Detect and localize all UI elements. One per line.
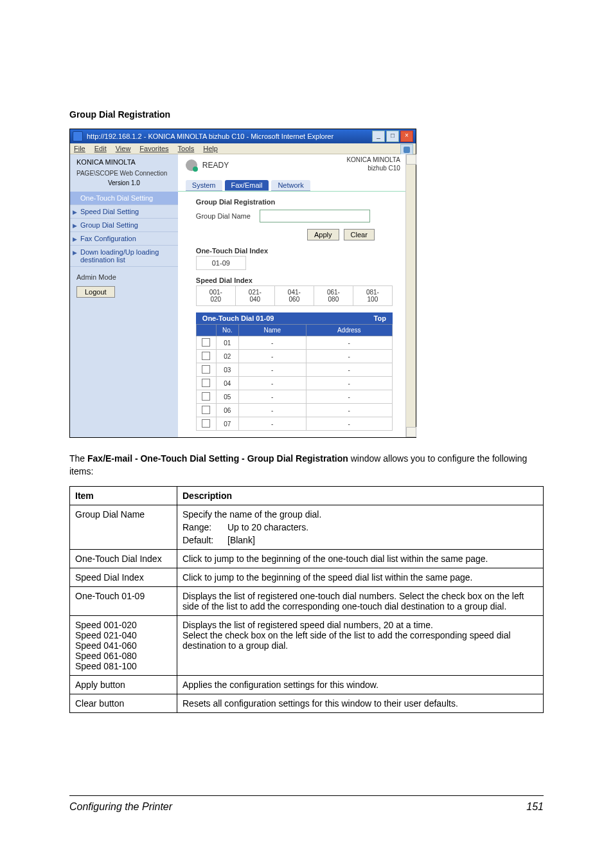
menu-help[interactable]: Help: [203, 145, 218, 152]
menu-favorites[interactable]: Favorites: [139, 145, 168, 152]
admin-mode-label: Admin Mode: [70, 267, 178, 284]
table-row: 01--: [196, 336, 392, 350]
one-touch-range-label: One-Touch Dial 01-09: [202, 314, 274, 322]
row-desc: Displays the list of registered speed di…: [177, 615, 544, 675]
row-item: Clear button: [70, 694, 177, 712]
nav-fax-configuration[interactable]: ▶Fax Configuration: [70, 232, 178, 246]
nav-download-upload-dest-list[interactable]: ▶Down loading/Up loading destination lis…: [70, 246, 178, 267]
group-dial-name-input[interactable]: [260, 210, 370, 222]
table-row: 03--: [196, 363, 392, 377]
clear-button[interactable]: Clear: [344, 229, 375, 240]
page-footer: Configuring the Printer 151: [69, 795, 544, 813]
window-minimize-button[interactable]: _: [372, 131, 385, 142]
brand-name: KONICA MINOLTA: [76, 158, 136, 166]
menu-view[interactable]: View: [116, 145, 131, 152]
row-desc: Click to jump to the beginning of the sp…: [177, 568, 544, 586]
top-link[interactable]: Top: [374, 314, 386, 322]
menu-edit[interactable]: Edit: [94, 145, 107, 152]
speed-dial-index-tabs: 001-020 021-040 041-060 061-080 081-100: [196, 285, 393, 306]
window-close-button[interactable]: ×: [400, 131, 413, 142]
footer-title: Configuring the Printer: [69, 801, 172, 813]
one-touch-index-value[interactable]: 01-09: [196, 256, 246, 270]
row-checkbox[interactable]: [202, 338, 210, 347]
row-item: One-Touch Dial Index: [70, 549, 177, 568]
subbrand: PAGE\SCOPE Web Connection: [70, 170, 178, 178]
footer-page-number: 151: [526, 801, 544, 813]
browser-menubar: File Edit View Favorites Tools Help: [70, 143, 416, 154]
row-desc: Click to jump to the beginning of the on…: [177, 549, 544, 568]
tab-fax-email[interactable]: Fax/Email: [225, 180, 269, 191]
window-title: http://192.168.1.2 - KONICA MINOLTA bizh…: [87, 132, 333, 140]
product-model: bizhub C10: [346, 164, 400, 172]
row-item: Group Dial Name: [70, 505, 177, 549]
sidebar: KONICA MINOLTA PAGE\SCOPE Web Connection…: [70, 154, 178, 437]
row-checkbox[interactable]: [202, 379, 210, 387]
nav-group-dial-setting[interactable]: ▶Group Dial Setting: [70, 219, 178, 232]
speed-range-081-100[interactable]: 081-100: [353, 286, 392, 306]
content-area: READY KONICA MINOLTA bizhub C10 System F…: [178, 154, 405, 437]
intro-paragraph: The Fax/E-mail - One-Touch Dial Setting …: [69, 452, 544, 478]
vertical-scrollbar[interactable]: [405, 154, 416, 437]
row-checkbox[interactable]: [202, 352, 210, 360]
row-desc: Resets all configuration settings for th…: [177, 694, 544, 712]
speed-range-061-080[interactable]: 061-080: [314, 286, 353, 306]
nav-speed-dial-setting[interactable]: ▶Speed Dial Setting: [70, 205, 178, 219]
row-item: Speed 001-020 Speed 021-040 Speed 041-06…: [70, 615, 177, 675]
col-header-item: Item: [70, 486, 177, 505]
row-item: Apply button: [70, 675, 177, 694]
tab-network[interactable]: Network: [271, 180, 310, 191]
row-desc: Displays the list of registered one-touc…: [177, 586, 544, 615]
row-checkbox[interactable]: [202, 406, 210, 414]
one-touch-list-table: No. Name Address 01-- 02-- 03-- 04-- 05-…: [196, 324, 393, 431]
scroll-up-button[interactable]: [406, 154, 416, 165]
section-heading: Group Dial Registration: [69, 109, 544, 120]
col-no: No.: [216, 325, 238, 336]
row-desc: Specify the name of the group dial. Rang…: [177, 505, 544, 549]
col-header-description: Description: [177, 486, 544, 505]
row-item: Speed Dial Index: [70, 568, 177, 586]
scroll-down-button[interactable]: [406, 427, 416, 437]
form-title: Group Dial Registration: [196, 198, 393, 206]
speed-range-021-040[interactable]: 021-040: [235, 286, 274, 306]
group-dial-name-label: Group Dial Name: [196, 212, 251, 220]
window-titlebar: http://192.168.1.2 - KONICA MINOLTA bizh…: [70, 129, 416, 143]
speed-range-001-020[interactable]: 001-020: [196, 286, 235, 306]
one-touch-index-label: One-Touch Dial Index: [196, 247, 393, 255]
table-row: 06--: [196, 404, 392, 417]
logout-button[interactable]: Logout: [76, 286, 115, 298]
menu-file[interactable]: File: [74, 145, 85, 152]
table-row: 02--: [196, 350, 392, 363]
window-restore-button[interactable]: □: [386, 131, 399, 142]
col-address: Address: [306, 325, 392, 336]
row-checkbox[interactable]: [202, 392, 210, 401]
col-name: Name: [238, 325, 306, 336]
table-row: 04--: [196, 377, 392, 390]
screenshot: http://192.168.1.2 - KONICA MINOLTA bizh…: [69, 129, 416, 438]
table-row: 07--: [196, 417, 392, 431]
menu-tools[interactable]: Tools: [178, 145, 195, 152]
one-touch-list-header: One-Touch Dial 01-09 Top: [196, 312, 393, 324]
row-item: One-Touch 01-09: [70, 586, 177, 615]
version-label: Version 1.0: [70, 178, 178, 192]
product-brand: KONICA MINOLTA: [346, 156, 400, 164]
tab-system[interactable]: System: [186, 180, 222, 191]
apply-button[interactable]: Apply: [307, 229, 339, 240]
speed-dial-index-label: Speed Dial Index: [196, 276, 393, 284]
table-row: 05--: [196, 390, 392, 404]
printer-status-icon: [186, 159, 197, 171]
row-checkbox[interactable]: [202, 419, 210, 428]
nav-one-touch-dial-setting[interactable]: One-Touch Dial Setting: [70, 192, 178, 205]
row-desc: Applies the configuration settings for t…: [177, 675, 544, 694]
speed-range-041-060[interactable]: 041-060: [274, 286, 314, 306]
row-checkbox[interactable]: [202, 365, 210, 374]
printer-status-text: READY: [202, 161, 229, 170]
ie-icon: [73, 131, 83, 141]
items-description-table: Item Description Group Dial Name Specify…: [69, 486, 544, 713]
